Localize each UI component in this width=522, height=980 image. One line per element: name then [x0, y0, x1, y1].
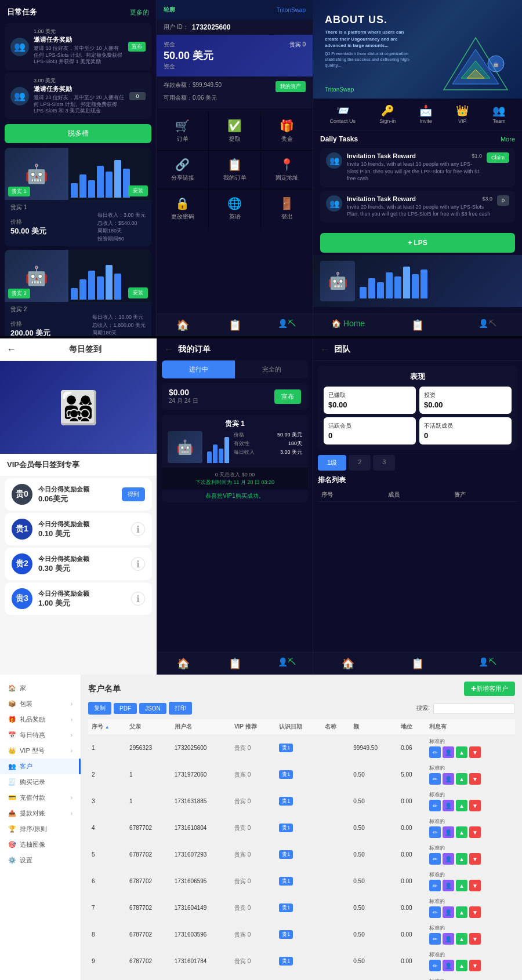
delete-icon[interactable]: ▼: [469, 933, 481, 945]
user-icon[interactable]: 👤: [443, 933, 454, 945]
nav-orders-3[interactable]: 📋: [383, 319, 452, 331]
task1-claim-btn[interactable]: 宣布: [128, 42, 146, 52]
edit-icon[interactable]: ✏: [429, 906, 441, 918]
chart-icon[interactable]: ▲: [456, 746, 467, 758]
edit-icon[interactable]: ✏: [429, 933, 441, 945]
chart-icon[interactable]: ▲: [456, 773, 467, 785]
search-input[interactable]: [433, 703, 515, 714]
team-back[interactable]: ←: [320, 344, 329, 355]
tier3-info-btn[interactable]: ℹ: [131, 592, 145, 606]
menu-logout[interactable]: 🚪 登出: [261, 190, 313, 228]
sidebar-customers[interactable]: 👥 客户: [0, 759, 81, 774]
sidebar-purchase[interactable]: 🧾 购买记录: [0, 774, 81, 790]
menu-password[interactable]: 🔒 更改密码: [157, 190, 208, 228]
level-tab-1[interactable]: 1级: [318, 455, 346, 471]
chart-icon[interactable]: ▲: [456, 853, 467, 865]
tier0-btn[interactable]: 得到: [122, 487, 145, 501]
edit-icon[interactable]: ✏: [429, 800, 441, 811]
pdf-btn[interactable]: PDF: [114, 703, 137, 714]
lps-btn[interactable]: + LPS: [320, 233, 515, 253]
tab-in-progress[interactable]: 进行中: [162, 360, 235, 378]
chart-icon[interactable]: ▲: [456, 800, 467, 811]
nav-profile-2[interactable]: 👤⛏: [260, 319, 313, 331]
chart-icon[interactable]: ▲: [456, 826, 467, 838]
sidebar-recharge[interactable]: 💳 充值付款 ›: [0, 790, 81, 806]
level-tab-3[interactable]: 3: [373, 455, 395, 471]
tab-completed[interactable]: 完全的: [235, 360, 308, 378]
nav-home-3[interactable]: 🏠 Home: [313, 319, 383, 331]
delete-icon[interactable]: ▼: [469, 826, 481, 838]
menu-my-orders[interactable]: 📋 我的订单: [209, 151, 260, 189]
claim-btn-1[interactable]: Claim: [487, 152, 509, 163]
delete-icon[interactable]: ▼: [469, 853, 481, 865]
menu-orders[interactable]: 🛒 订单: [157, 112, 208, 150]
level-tab-2[interactable]: 2: [349, 455, 371, 471]
menu-bonus[interactable]: 🎁 奖金: [261, 112, 313, 150]
edit-icon[interactable]: ✏: [429, 746, 441, 758]
user-icon[interactable]: 👤: [443, 746, 454, 758]
delete-icon[interactable]: ▼: [469, 773, 481, 785]
nav-orders-2[interactable]: 📋: [209, 319, 261, 331]
edit-icon[interactable]: ✏: [429, 960, 441, 971]
nav-sign-in[interactable]: 🔑 Sign-in: [379, 104, 396, 124]
nav-profile-3[interactable]: 👤⛏: [452, 319, 522, 331]
sidebar-vip[interactable]: 👑 VIP 型号 ›: [0, 743, 81, 759]
user-icon[interactable]: 👤: [443, 880, 454, 891]
nav-contact-us[interactable]: 📨 Contact Us: [330, 104, 356, 124]
nav-orders-6[interactable]: 📋: [383, 657, 452, 670]
tier2-info-btn[interactable]: ℹ: [131, 557, 145, 571]
print-btn[interactable]: 打印: [169, 702, 192, 715]
user-icon[interactable]: 👤: [443, 826, 454, 838]
chart-icon[interactable]: ▲: [456, 933, 467, 945]
tier1-info-btn[interactable]: ℹ: [131, 522, 145, 536]
chart-icon[interactable]: ▲: [456, 906, 467, 918]
edit-icon[interactable]: ✏: [429, 880, 441, 891]
menu-share[interactable]: 🔗 分享链接: [157, 151, 208, 189]
nav-orders-5[interactable]: 📋: [209, 657, 260, 670]
user-icon[interactable]: 👤: [443, 800, 454, 811]
json-btn[interactable]: JSON: [139, 703, 166, 714]
edit-icon[interactable]: ✏: [429, 826, 441, 838]
my-assets-btn[interactable]: 我的资产: [276, 81, 306, 92]
sidebar-gift[interactable]: 🎁 礼品奖励 ›: [0, 712, 81, 727]
sidebar-image[interactable]: 🎯 选抽图像: [0, 837, 81, 853]
declare-btn[interactable]: 宣布: [274, 389, 301, 404]
delete-icon[interactable]: ▼: [469, 906, 481, 918]
nav-profile-6[interactable]: 👤⛏: [452, 657, 522, 670]
sidebar-withdrawal[interactable]: 📤 提款对账 ›: [0, 806, 81, 821]
back-arrow[interactable]: ←: [7, 344, 16, 355]
delete-icon[interactable]: ▼: [469, 746, 481, 758]
nav-home-6[interactable]: 🏠: [313, 657, 383, 670]
orders-back[interactable]: ←: [164, 344, 173, 355]
edit-icon[interactable]: ✏: [429, 853, 441, 865]
nav-profile-5[interactable]: 👤⛏: [261, 657, 313, 670]
user-icon[interactable]: 👤: [443, 960, 454, 971]
sidebar-settings[interactable]: ⚙️ 设置: [0, 853, 81, 868]
nav-home-2[interactable]: 🏠: [157, 319, 209, 331]
section-more[interactable]: More: [501, 136, 515, 143]
sidebar-packages[interactable]: 📦 包装 ›: [0, 696, 81, 712]
install-btn-1[interactable]: 安装: [128, 185, 148, 196]
menu-language[interactable]: 🌐 英语: [209, 190, 260, 228]
delete-icon[interactable]: ▼: [469, 960, 481, 971]
daily-tasks-more[interactable]: 更多的: [130, 8, 149, 17]
nav-vip[interactable]: 👑 VIP: [456, 104, 469, 124]
delete-icon[interactable]: ▼: [469, 800, 481, 811]
nav-invite[interactable]: 📩 Invite: [419, 104, 432, 124]
sidebar-home[interactable]: 🏠 家: [0, 680, 81, 696]
nav-team[interactable]: 👥 Team: [492, 104, 505, 124]
nav-home-5[interactable]: 🏠: [157, 657, 209, 670]
sidebar-daily[interactable]: 📅 每日特惠 ›: [0, 727, 81, 743]
menu-address[interactable]: 📍 固定地址: [261, 151, 313, 189]
edit-icon[interactable]: ✏: [429, 773, 441, 785]
add-user-btn[interactable]: ✚新增客用户: [464, 682, 515, 696]
menu-withdraw[interactable]: ✅ 提取: [209, 112, 260, 150]
user-icon[interactable]: 👤: [443, 906, 454, 918]
chart-icon[interactable]: ▲: [456, 960, 467, 971]
chart-icon[interactable]: ▲: [456, 880, 467, 891]
user-icon[interactable]: 👤: [443, 773, 454, 785]
sidebar-ranking[interactable]: 🏆 排序/原则: [0, 821, 81, 837]
user-icon[interactable]: 👤: [443, 853, 454, 865]
copy-btn[interactable]: 复制: [88, 702, 111, 715]
more-slots-btn[interactable]: 脱多槽: [5, 124, 151, 143]
